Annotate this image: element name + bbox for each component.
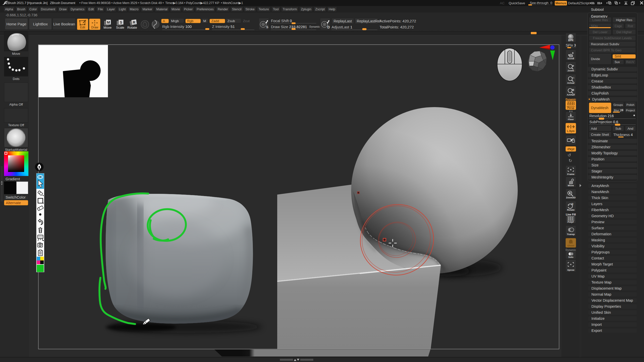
svg-text:M: M <box>107 20 110 24</box>
svg-text:R: R <box>133 20 136 24</box>
svg-text:S: S <box>120 20 122 24</box>
svg-text:S: S <box>266 25 268 29</box>
svg-text:x1: x1 <box>572 76 575 79</box>
svg-text:R: R <box>572 203 574 206</box>
svg-text:D: D <box>327 25 330 29</box>
